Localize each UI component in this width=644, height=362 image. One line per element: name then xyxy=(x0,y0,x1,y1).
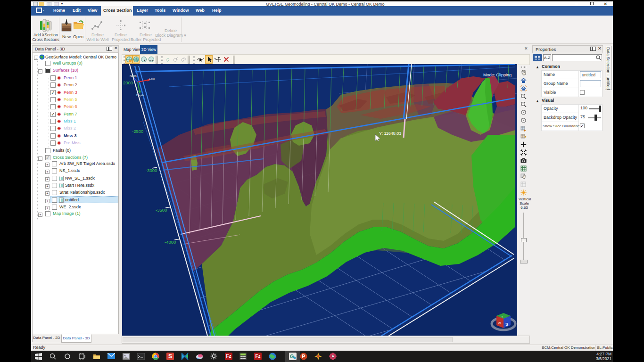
svg-text:2000: 2000 xyxy=(123,80,133,85)
svg-text:North: North xyxy=(130,74,137,77)
svg-text:-3500: -3500 xyxy=(156,207,167,213)
svg-text:Y: 11648.03: Y: 11648.03 xyxy=(379,131,401,136)
svg-text:-2500: -2500 xyxy=(132,129,143,134)
svg-text:Depth: Depth xyxy=(136,94,144,97)
svg-text:East: East xyxy=(149,77,155,80)
svg-text:P: P xyxy=(302,354,305,359)
svg-text:S: S xyxy=(505,322,508,327)
svg-text:G: G xyxy=(290,354,294,359)
svg-text:-4000: -4000 xyxy=(165,239,176,245)
svg-text:Mode: Clipping: Mode: Clipping xyxy=(483,73,512,77)
svg-text:Y: Y xyxy=(501,315,503,318)
svg-text:W: W xyxy=(498,321,501,325)
svg-text:-3000: -3000 xyxy=(146,168,157,173)
